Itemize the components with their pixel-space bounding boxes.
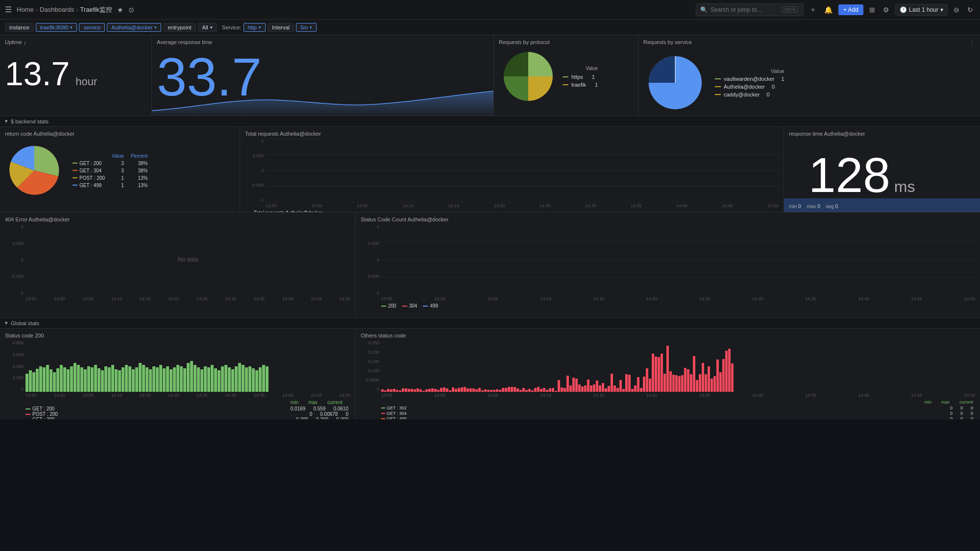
backend-stats-header[interactable]: ▾ $ backend stats (0, 116, 980, 127)
bar (252, 368, 255, 392)
panel-menu-icon[interactable]: ⋮ (969, 40, 975, 47)
bar (561, 387, 563, 392)
response-time-unit: ms (894, 178, 915, 196)
interval-value: 5m (300, 24, 308, 30)
bar (481, 390, 484, 392)
settings-icon[interactable]: ⚙ (881, 4, 891, 16)
current-dashboard: Traefik监控 (80, 5, 112, 14)
https-color (563, 76, 568, 77)
bar (259, 367, 262, 392)
bar (405, 388, 407, 392)
status-count-x-axis: 13:5514:0014:0514:1014:1514:2014:2514:30… (361, 296, 975, 301)
bar (575, 379, 578, 392)
bar (522, 388, 525, 392)
time-range-button[interactable]: 🕐 Last 1 hour ▾ (895, 4, 948, 16)
bar (135, 367, 138, 392)
all-filter[interactable]: All ▾ (198, 23, 217, 32)
total-requests-panel: Total requests Authelia@docker 1 0.500 0… (240, 127, 784, 212)
service-legend: Value vaultwarden@docker 1 Authelia@dock… (715, 68, 784, 97)
bar (605, 388, 607, 392)
search-input[interactable] (710, 6, 779, 13)
status-200-x-axis: 13:5514:0014:0514:1014:1514:2014:2514:30… (5, 393, 350, 398)
bar (434, 389, 437, 392)
bar (115, 369, 118, 392)
bar (578, 384, 581, 392)
others-status-panel: Others status code 0.2500.2000.1500.1000… (356, 329, 980, 419)
total-requests-chart (266, 139, 779, 202)
instance-filter[interactable]: instance (5, 23, 34, 32)
bar (218, 370, 220, 392)
dashboard-icon[interactable]: ⊞ (867, 4, 877, 16)
interval-filter[interactable]: Interval (268, 23, 294, 32)
plus-icon[interactable]: ＋ (808, 3, 818, 16)
bar (449, 390, 451, 392)
bar (25, 374, 28, 392)
bar (558, 380, 560, 392)
bar (255, 370, 258, 392)
uptime-panel: Uptime ℹ 13.7 hour (0, 35, 152, 116)
bar (669, 371, 672, 392)
bar (60, 365, 63, 392)
bar (487, 390, 490, 392)
traefik-filter[interactable]: traefik:8080 ▾ (36, 23, 77, 32)
zoom-out-icon[interactable]: ⊖ (952, 4, 961, 16)
refresh-icon[interactable]: ↻ (965, 4, 975, 16)
add-button[interactable]: + Add (838, 4, 863, 15)
bar (56, 368, 59, 392)
bar (166, 366, 169, 392)
search-bar[interactable]: 🔍 ctrl+k (696, 3, 804, 16)
bar (519, 390, 522, 392)
home-link[interactable]: Home (17, 6, 34, 13)
bar (728, 349, 731, 392)
global-stats-header[interactable]: ▾ Global stats (0, 318, 980, 329)
bar (159, 365, 162, 392)
bar (425, 389, 428, 392)
bar (67, 369, 70, 392)
bar (719, 372, 722, 392)
bar (190, 361, 193, 392)
error-404-x-axis: 13:5514:0014:0514:1014:1514:2014:2514:30… (5, 296, 350, 301)
bar (511, 387, 513, 392)
bar (393, 389, 395, 392)
bar (402, 388, 404, 392)
authelia-filter[interactable]: Authelia@docker ▾ (107, 23, 161, 32)
bar (80, 367, 83, 392)
entrypoint-filter[interactable]: entrypoint (163, 23, 196, 32)
legend-authelia: Authelia@docker 0 (715, 84, 784, 90)
error-404-chart: No data (25, 224, 350, 295)
bar (593, 384, 595, 392)
bar (245, 367, 248, 392)
bar (414, 389, 416, 392)
filter-bar: instance traefik:8080 ▾ service Authelia… (0, 20, 980, 35)
search-icon: 🔍 (700, 6, 708, 13)
bar (396, 390, 398, 392)
bar (235, 366, 238, 392)
http-filter[interactable]: http ▾ (244, 23, 266, 32)
star-icon[interactable]: ★ (117, 6, 123, 14)
interval-val-filter[interactable]: 5m ▾ (296, 23, 317, 32)
search-shortcut: ctrl+k (782, 6, 798, 13)
entrypoint-label: entrypoint (168, 24, 191, 30)
return-code-title: return code Authelia@docker (5, 131, 235, 137)
bar (490, 390, 492, 392)
bar (142, 365, 145, 392)
bar (469, 388, 472, 392)
bar (149, 369, 152, 392)
bar (122, 367, 124, 392)
requests-by-protocol-title: Requests by protocol (499, 39, 633, 45)
bell-icon[interactable]: 🔔 (822, 4, 834, 16)
bar (84, 369, 87, 392)
bar (587, 380, 589, 392)
bar (663, 374, 666, 392)
bar (224, 365, 227, 392)
bar (531, 390, 534, 392)
bar (484, 389, 487, 392)
others-legend: minmaxcurrent GET : 302 000 GET : 304 00… (361, 400, 975, 419)
menu-icon[interactable]: ☰ (5, 5, 12, 14)
share-icon[interactable]: ⊙ (128, 6, 134, 14)
dashboards-link[interactable]: Dashboards (40, 6, 74, 13)
total-requests-title: Total requests Authelia@docker (245, 131, 779, 137)
service-filter[interactable]: service (79, 23, 105, 32)
bar (702, 363, 704, 392)
bar (204, 366, 207, 392)
